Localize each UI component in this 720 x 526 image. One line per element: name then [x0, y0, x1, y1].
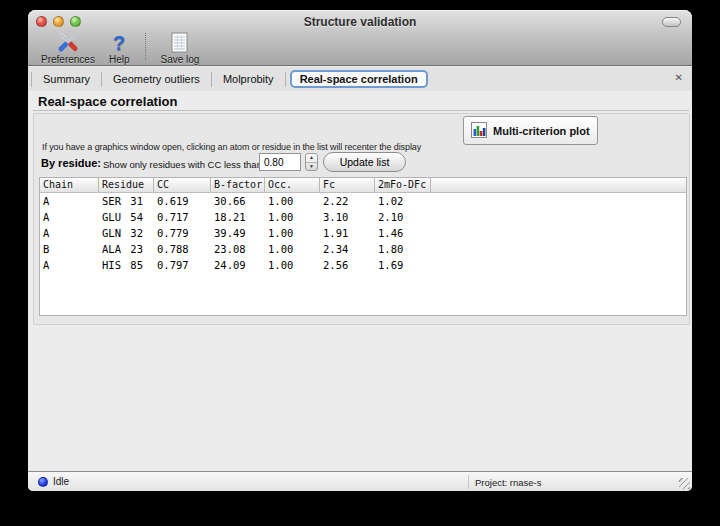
save-log-button[interactable]: Save log — [154, 31, 207, 65]
help-label: Help — [109, 54, 130, 65]
column-header-residue[interactable]: Residue — [99, 178, 154, 192]
resize-grip[interactable] — [679, 478, 690, 489]
column-header-b-factor[interactable]: B-factor — [211, 178, 265, 192]
project-label: Project: rnase-s — [475, 477, 542, 488]
cell-residue: ALA23 — [99, 243, 154, 255]
cc-filter-label: Show only residues with CC less than — [103, 159, 262, 170]
cell-residue: GLN32 — [99, 227, 154, 239]
save-log-document-icon — [171, 31, 188, 54]
table-row[interactable]: A SER31 0.619 30.66 1.00 2.22 1.02 — [40, 193, 686, 209]
column-header-fc[interactable]: Fc — [320, 178, 375, 192]
column-header-chain[interactable]: Chain — [40, 178, 99, 192]
table-header-row: Chain Residue CC B-factor Occ. Fc 2mFo-D… — [40, 178, 686, 193]
cell-chain: A — [40, 259, 99, 271]
cell-b-factor: 30.66 — [211, 195, 265, 207]
close-tab-icon[interactable]: ✕ — [675, 72, 683, 83]
structure-validation-window: Structure validation Prefere — [28, 10, 692, 491]
cell-cc: 0.788 — [154, 243, 211, 255]
save-log-label: Save log — [161, 54, 200, 65]
bar-chart-icon — [471, 122, 487, 140]
window-title: Structure validation — [28, 15, 692, 29]
multi-criterion-plot-label: Multi-criterion plot — [493, 125, 590, 137]
cell-fc: 3.10 — [320, 211, 375, 223]
column-header-filler — [431, 178, 686, 192]
cell-b-factor: 18.21 — [211, 211, 265, 223]
multi-criterion-plot-button[interactable]: Multi-criterion plot — [463, 116, 598, 145]
cell-2mfo-dfc: 1.80 — [375, 243, 431, 255]
cell-cc: 0.717 — [154, 211, 211, 223]
cc-threshold-stepper: ▲ ▼ — [305, 153, 318, 171]
cell-fc: 2.56 — [320, 259, 375, 271]
cell-fc: 1.91 — [320, 227, 375, 239]
cell-residue: GLU54 — [99, 211, 154, 223]
help-button[interactable]: ? Help — [102, 31, 137, 65]
toolbar-toggle-button[interactable] — [662, 17, 681, 27]
column-header-2mfo-dfc[interactable]: 2mFo-DFc — [375, 178, 431, 192]
update-list-button[interactable]: Update list — [323, 152, 406, 172]
table-row[interactable]: A GLU54 0.717 18.21 1.00 3.10 2.10 — [40, 209, 686, 225]
status-text: Idle — [53, 476, 69, 487]
cell-cc: 0.619 — [154, 195, 211, 207]
status-bar: Idle Project: rnase-s — [28, 471, 692, 491]
cell-cc: 0.797 — [154, 259, 211, 271]
stepper-down-icon[interactable]: ▼ — [306, 163, 317, 171]
tab-summary[interactable]: Summary — [32, 70, 101, 88]
desktop-background: Structure validation Prefere — [0, 0, 720, 526]
cell-b-factor: 39.49 — [211, 227, 265, 239]
cell-fc: 2.34 — [320, 243, 375, 255]
cell-chain: B — [40, 243, 99, 255]
cell-occ: 1.00 — [265, 227, 320, 239]
preferences-button[interactable]: Preferences — [34, 31, 102, 65]
cell-chain: A — [40, 227, 99, 239]
status-led-icon — [38, 477, 48, 487]
cell-chain: A — [40, 195, 99, 207]
cell-chain: A — [40, 211, 99, 223]
title-bar: Structure validation Prefere — [28, 10, 692, 66]
tab-geometry-outliers[interactable]: Geometry outliers — [102, 70, 211, 88]
table-row[interactable]: A GLN32 0.779 39.49 1.00 1.91 1.46 — [40, 225, 686, 241]
cc-threshold-input[interactable] — [259, 153, 301, 171]
by-residue-label: By residue: — [41, 157, 101, 169]
status-bar-separator — [468, 475, 469, 489]
tab-real-space-correlation[interactable]: Real-space correlation — [290, 70, 428, 88]
real-space-correlation-panel: If you have a graphics window open, clic… — [33, 113, 690, 325]
stepper-up-icon[interactable]: ▲ — [306, 154, 317, 163]
cell-2mfo-dfc: 2.10 — [375, 211, 431, 223]
tab-separator — [285, 72, 286, 87]
cell-residue: HIS85 — [99, 259, 154, 271]
table-row[interactable]: A HIS85 0.797 24.09 1.00 2.56 1.69 — [40, 257, 686, 273]
page-title: Real-space correlation — [38, 94, 177, 109]
heading-divider — [33, 110, 689, 111]
toolbar: Preferences ? Help — [34, 31, 206, 65]
cell-2mfo-dfc: 1.02 — [375, 195, 431, 207]
cell-occ: 1.00 — [265, 195, 320, 207]
cell-occ: 1.00 — [265, 243, 320, 255]
cell-b-factor: 23.08 — [211, 243, 265, 255]
preferences-label: Preferences — [41, 54, 95, 65]
cell-residue: SER31 — [99, 195, 154, 207]
toolbar-separator — [145, 33, 146, 60]
column-header-occ[interactable]: Occ. — [265, 178, 320, 192]
residue-table: Chain Residue CC B-factor Occ. Fc 2mFo-D… — [39, 177, 687, 316]
cell-occ: 1.00 — [265, 211, 320, 223]
tab-bar: Summary Geometry outliers Molprobity Rea… — [28, 67, 692, 91]
cell-2mfo-dfc: 1.69 — [375, 259, 431, 271]
table-row[interactable]: B ALA23 0.788 23.08 1.00 2.34 1.80 — [40, 241, 686, 257]
tab-molprobity[interactable]: Molprobity — [212, 70, 285, 88]
cell-2mfo-dfc: 1.46 — [375, 227, 431, 239]
cell-cc: 0.779 — [154, 227, 211, 239]
cell-fc: 2.22 — [320, 195, 375, 207]
help-question-icon: ? — [113, 31, 125, 54]
cell-b-factor: 24.09 — [211, 259, 265, 271]
cell-occ: 1.00 — [265, 259, 320, 271]
column-header-cc[interactable]: CC — [154, 178, 211, 192]
preferences-tools-icon — [56, 31, 80, 54]
